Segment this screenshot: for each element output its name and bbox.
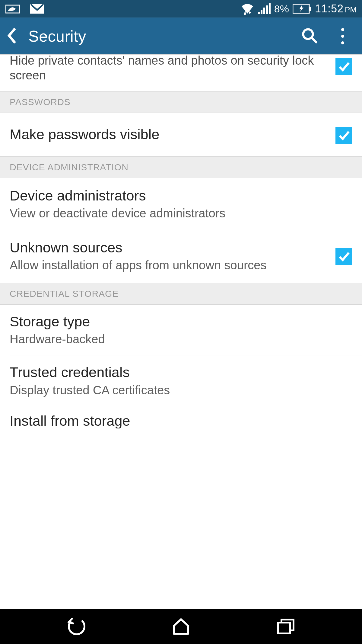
status-bar: 8% 11:52PM — [0, 0, 362, 18]
svg-rect-11 — [278, 623, 290, 633]
svg-rect-2 — [258, 12, 260, 14]
section-header-credential-storage: CREDENTIAL STORAGE — [0, 283, 362, 305]
setting-description: View or deactivate device administrators — [10, 206, 352, 221]
battery-charging-icon — [293, 4, 311, 14]
gmail-icon — [30, 3, 45, 14]
setting-make-passwords-visible[interactable]: Make passwords visible — [0, 113, 362, 156]
setting-description: Display trusted CA certificates — [10, 383, 352, 398]
setting-title: Device administrators — [10, 187, 352, 204]
svg-rect-4 — [263, 8, 265, 14]
setting-trusted-credentials[interactable]: Trusted credentials Display trusted CA c… — [0, 355, 362, 406]
setting-description: Hide private contacts' names and photos … — [10, 54, 328, 83]
setting-unknown-sources[interactable]: Unknown sources Allow installation of ap… — [0, 230, 362, 283]
setting-title: Trusted credentials — [10, 364, 352, 381]
setting-title: Unknown sources — [10, 239, 328, 256]
svg-rect-6 — [269, 3, 271, 14]
setting-install-from-storage[interactable]: Install from storage — [0, 406, 362, 428]
setting-description: Allow installation of apps from unknown … — [10, 258, 328, 273]
setting-storage-type[interactable]: Storage type Hardware-backed — [0, 305, 362, 355]
nav-back-button[interactable] — [63, 613, 90, 640]
setting-hide-private-contacts[interactable]: Hide private contacts' names and photos … — [0, 54, 362, 91]
setting-title: Install from storage — [10, 412, 352, 428]
checkbox-hide-private-contacts[interactable] — [335, 58, 352, 75]
svg-line-10 — [312, 38, 316, 42]
more-options-button[interactable] — [338, 28, 347, 44]
svg-rect-5 — [266, 5, 268, 14]
settings-list[interactable]: Hide private contacts' names and photos … — [0, 54, 362, 609]
nav-home-button[interactable] — [167, 613, 195, 640]
status-time: 11:52PM — [315, 2, 357, 15]
back-button[interactable] — [7, 27, 17, 45]
battery-percentage: 8% — [274, 3, 289, 15]
page-title: Security — [28, 27, 86, 45]
app-bar: Security — [0, 18, 362, 54]
svg-rect-8 — [310, 7, 311, 11]
signal-icon — [258, 3, 271, 14]
checkbox-unknown-sources[interactable] — [335, 248, 352, 265]
section-header-device-admin: DEVICE ADMINISTRATION — [0, 156, 362, 178]
search-button[interactable] — [301, 27, 318, 45]
nav-recent-button[interactable] — [272, 613, 299, 640]
setting-title: Make passwords visible — [10, 126, 328, 143]
svg-rect-3 — [261, 10, 262, 14]
navigation-bar — [0, 609, 362, 644]
wifi-icon — [240, 3, 254, 15]
section-header-passwords: PASSWORDS — [0, 91, 362, 113]
setting-device-administrators[interactable]: Device administrators View or deactivate… — [0, 178, 362, 230]
setting-title: Storage type — [10, 313, 352, 330]
setting-description: Hardware-backed — [10, 332, 352, 347]
notification-leaf-icon — [5, 3, 21, 14]
checkbox-make-passwords-visible[interactable] — [335, 127, 352, 144]
